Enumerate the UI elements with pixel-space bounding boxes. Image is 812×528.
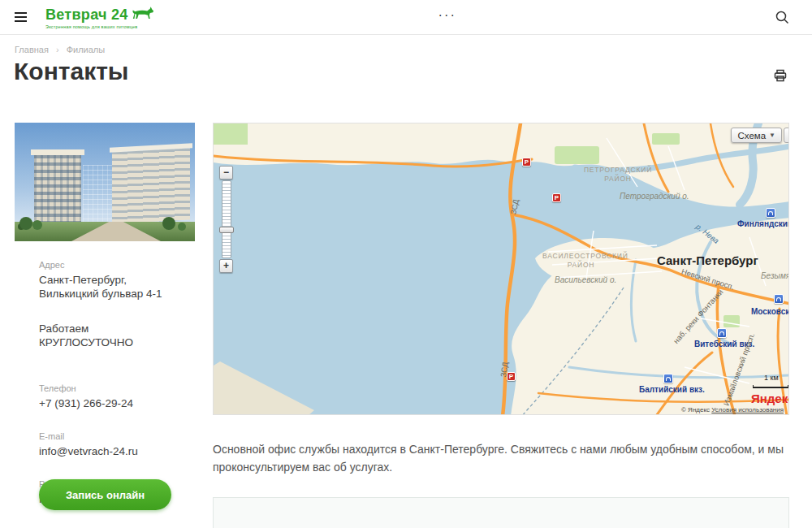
breadcrumb-home[interactable]: Главная bbox=[15, 45, 49, 54]
address-line2: Вилькицкий бульвар 4-1 bbox=[39, 287, 193, 301]
breadcrumb-separator: › bbox=[56, 45, 59, 54]
address-line1: Санкт-Петербург, bbox=[39, 273, 193, 287]
contact-info: Адрес Санкт-Петербург, Вилькицкий бульва… bbox=[39, 260, 193, 506]
email-label: E-mail bbox=[39, 431, 193, 441]
toll-point-icon: Р bbox=[507, 372, 516, 381]
photo-trees bbox=[19, 217, 32, 230]
zoom-in-button[interactable]: + bbox=[219, 259, 233, 273]
railway-station-icon bbox=[766, 208, 775, 218]
print-icon[interactable] bbox=[774, 69, 787, 85]
hours-line2: КРУГЛОСУТОЧНО bbox=[39, 335, 193, 349]
map-zoom-control: − + bbox=[219, 166, 234, 273]
railway-station-icon bbox=[663, 374, 673, 383]
railway-station-icon bbox=[717, 328, 727, 338]
phone-label: Телефон bbox=[39, 383, 193, 393]
site-logo[interactable]: Ветврач 24 Экстренная помощь для ваших п… bbox=[45, 6, 154, 29]
search-icon[interactable] bbox=[775, 10, 789, 28]
railway-station-icon bbox=[774, 294, 784, 304]
zoom-slider-track[interactable] bbox=[222, 180, 231, 258]
logo-title: Ветврач 24 bbox=[45, 6, 128, 24]
logo-tagline: Экстренная помощь для ваших питомцев bbox=[45, 24, 154, 29]
map-layer-button[interactable]: Схема▼ bbox=[731, 128, 782, 143]
breadcrumb-branches[interactable]: Филиалы bbox=[67, 45, 106, 54]
photo-building-glass bbox=[83, 165, 114, 222]
map-scale-bar bbox=[753, 385, 788, 388]
top-header: Ветврач 24 Экстренная помощь для ваших п… bbox=[0, 0, 812, 35]
building-photo bbox=[15, 123, 195, 241]
online-booking-button[interactable]: Запись онлайн bbox=[39, 479, 171, 510]
email-value[interactable]: info@vetvrach-24.ru bbox=[39, 444, 193, 458]
photo-building-wing bbox=[112, 148, 190, 223]
map-canvas bbox=[214, 123, 789, 415]
breadcrumb: Главная › Филиалы bbox=[15, 45, 105, 54]
map-copyright: © Яндекс Условия использования bbox=[681, 406, 784, 413]
dog-icon bbox=[132, 6, 154, 24]
hamburger-menu-icon[interactable] bbox=[15, 12, 27, 22]
map-edge-control[interactable] bbox=[784, 128, 789, 143]
toll-point-icon: Р bbox=[522, 158, 531, 167]
office-description: Основной офис службы находится в Санкт-П… bbox=[213, 440, 793, 476]
bottom-form-box bbox=[213, 497, 789, 528]
hours-line1: Работаем bbox=[39, 322, 193, 335]
photo-building-tower bbox=[34, 155, 81, 222]
chevron-down-icon: ▼ bbox=[769, 132, 775, 139]
toll-point-icon: Р bbox=[552, 193, 561, 202]
address-label: Адрес bbox=[39, 260, 193, 270]
zoom-out-button[interactable]: − bbox=[219, 166, 233, 180]
zoom-slider-handle[interactable] bbox=[219, 227, 234, 233]
yandex-map[interactable]: Р Р Р ПЕТРОГРАДСКИЙРАЙОН Петроградский о… bbox=[213, 123, 789, 415]
copyright-text: © Яндекс bbox=[681, 406, 710, 413]
terms-link[interactable]: Условия использования bbox=[711, 406, 784, 413]
collapsed-menu-ellipsis[interactable]: ... bbox=[438, 5, 456, 19]
phone-value[interactable]: +7 (931) 266-29-24 bbox=[39, 396, 193, 410]
page-title: Контакты bbox=[14, 58, 128, 85]
